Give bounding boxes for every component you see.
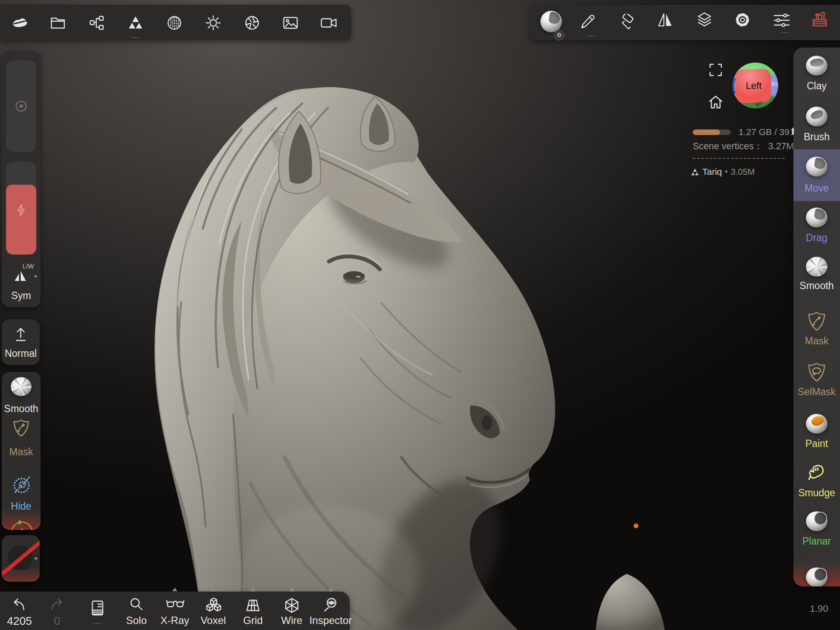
tool-smudge-label[interactable]: Smudge [793,487,840,499]
toolbox-icon[interactable] [811,11,828,28]
pencil-stroke-icon[interactable] [579,13,596,30]
tool-move-label[interactable]: Move [793,183,840,194]
quick-mask-label[interactable]: Mask [2,446,41,458]
sym-mirror-icon[interactable] [13,270,27,282]
undo-count: 4205 [2,614,37,628]
object-bullet: • [725,167,728,176]
tool-paint-icon[interactable] [806,414,827,434]
layers-icon[interactable] [696,12,713,28]
node-graph-icon[interactable] [89,15,104,31]
voxel-caret-icon [211,588,216,591]
redo-icon[interactable] [49,598,64,611]
xray-button-icon[interactable] [166,598,184,611]
object-topology-icon [691,168,699,176]
sym-expand-chevron[interactable]: ▸ [35,273,38,279]
hide-dotted-eye-icon[interactable] [10,475,33,496]
tool-smooth-label[interactable]: Smooth [793,280,840,292]
scene-vertices-row: Scene vertices： 3.27M [693,140,796,152]
sidebar-scroll-indicator[interactable] [792,128,794,135]
postprocess-aperture-icon[interactable] [244,15,260,31]
xray-caret-icon [172,588,177,591]
tool-mask-label[interactable]: Mask [793,335,840,347]
brush-book-icon[interactable] [91,600,104,616]
paint-roller-icon[interactable] [619,14,636,31]
mirror-symmetry-icon[interactable] [657,12,673,28]
memory-usage-fill [693,129,720,135]
radius-slider-icon [15,100,28,113]
tool-brush-label[interactable]: Brush [793,131,840,143]
memory-usage-bar [693,129,731,135]
scene-vertices-label: Scene vertices： [693,141,763,151]
normal-arrow-icon [13,326,28,343]
zoom-level-readout: 1.90 [810,603,837,614]
topology-more-indicator[interactable]: ... [128,34,143,38]
home-view-icon[interactable] [708,94,723,110]
tool-planar-label[interactable]: Planar [793,536,840,547]
tool-mask-icon[interactable] [808,311,826,331]
voxel-button-icon[interactable] [205,597,222,614]
matcap-sphere-icon[interactable] [167,15,182,31]
camera-video-icon[interactable] [320,17,338,29]
material-sphere-icon[interactable] [540,11,562,32]
brush-book-more-indicator[interactable]: ... [89,620,106,624]
divider-dashed [693,158,785,159]
tool-next-partial-icon[interactable] [806,567,827,586]
alpha-expand-chevron[interactable]: ▸ [35,555,38,561]
tool-selmask-icon[interactable] [808,362,826,382]
tool-drag-label[interactable]: Drag [793,232,840,244]
memory-usage-text: 1.27 GB / 391 M [739,127,793,138]
wire-caret-icon [289,588,294,591]
tool-smooth-icon[interactable] [806,257,827,277]
normal-label: Normal [2,348,40,359]
settings-gear-icon[interactable] [734,12,751,28]
stylus-pointer-dot [634,523,638,528]
inspector-button-icon[interactable] [322,597,339,613]
app-logo-icon[interactable] [11,16,28,30]
sliders-icon[interactable] [774,13,790,28]
tool-planar-icon[interactable] [806,511,827,531]
hide-label[interactable]: Hide [2,501,41,512]
grid-button-icon[interactable] [245,598,261,612]
scene-vertices-value: 3.27M [768,141,794,151]
inspector-button-label[interactable]: Inspector [307,614,354,627]
quick-smooth-label[interactable]: Smooth [2,403,41,415]
background-image-icon[interactable] [283,16,298,29]
grid-caret-icon [250,588,256,591]
quick-smooth-icon[interactable] [11,377,32,396]
top-right-toolbar [530,5,840,40]
tool-clay-icon[interactable] [806,56,827,76]
inspector-caret-icon [328,588,333,591]
gizmo-peek-icon[interactable] [9,520,36,530]
left-alpha-panel[interactable]: ▸ [2,535,40,582]
redo-count: 0 [40,614,74,628]
sym-label[interactable]: Sym [2,290,41,302]
orientation-nav-ball[interactable]: Left Fr Bo [732,62,779,111]
tool-paint-label[interactable]: Paint [793,438,840,450]
tool-clay-label[interactable]: Clay [793,80,840,92]
intensity-slider-fill [6,185,36,255]
tool-move-icon[interactable] [806,157,827,176]
left-utility-panel: Smooth Mask Hide [2,372,41,530]
tool-smudge-icon[interactable] [806,463,826,483]
material-settings-gear-badge[interactable]: ⚙ [554,30,565,41]
lighting-sun-icon[interactable] [205,15,221,31]
nav-ball-side-label: Fr [771,81,777,88]
right-tool-sidebar: Clay Brush Move Drag Smooth Mask SelMask… [793,47,840,586]
tool-brush-icon[interactable] [806,107,827,126]
wire-button-icon[interactable] [284,597,300,614]
object-vertex-count: 3.05M [731,167,755,177]
scene-object-row[interactable]: Tariq • 3.05M [691,167,755,177]
quick-mask-icon[interactable] [13,419,29,438]
undo-icon[interactable] [12,598,27,611]
tool-drag-icon[interactable] [806,208,827,227]
tool-selmask-label[interactable]: SelMask [793,386,840,398]
solo-button-icon[interactable] [128,597,145,613]
nav-ball-front-label: Left [746,80,762,91]
sliders-more-indicator[interactable]: ... [778,28,793,33]
fullscreen-toggle-icon[interactable] [708,63,723,77]
files-folder-icon[interactable] [50,16,66,30]
topology-icon[interactable] [128,15,143,30]
intensity-lightning-icon [16,204,26,217]
pencil-more-indicator[interactable]: ... [584,32,599,36]
sym-mode-superscript: L/W [22,262,34,270]
